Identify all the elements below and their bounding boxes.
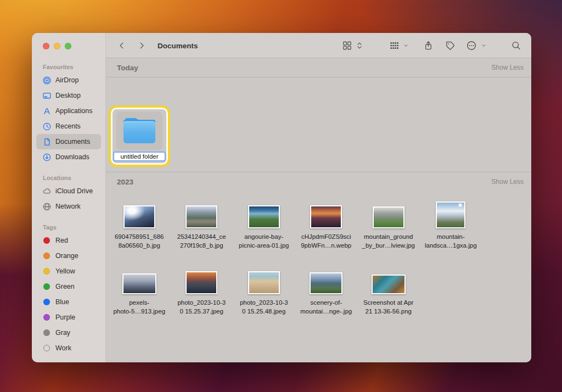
- document-icon: [42, 137, 52, 147]
- image-thumbnail[interactable]: [310, 272, 342, 294]
- sidebar-item-network[interactable]: Network: [36, 199, 101, 214]
- folder-name-input[interactable]: [113, 152, 166, 161]
- sidebar-item-label: Network: [55, 203, 81, 210]
- applications-icon: [42, 106, 52, 116]
- sidebar-tag-orange[interactable]: Orange: [36, 248, 101, 264]
- file-name-line2: 9pbWFn…n.webp: [301, 242, 351, 250]
- globe-icon: [42, 201, 52, 211]
- file-browser-content: Today Show Less 2023 Show Less 6: [106, 58, 531, 362]
- file-name-line2: mountai…nge-.jpg: [300, 307, 352, 316]
- tag-dot-blue-icon: [43, 299, 50, 305]
- view-chevrons-icon[interactable]: [356, 40, 363, 51]
- folder-selection-plate: [116, 111, 162, 150]
- image-thumbnail[interactable]: [122, 273, 156, 294]
- close-button[interactable]: [43, 43, 49, 49]
- sidebar-item-recents[interactable]: Recents: [36, 119, 101, 134]
- file-item[interactable]: angourie-bay- picnic-area-01.jpg: [233, 197, 295, 250]
- back-button[interactable]: [117, 41, 127, 51]
- minimize-button[interactable]: [54, 43, 60, 49]
- window-title: Documents: [158, 41, 198, 49]
- zoom-button[interactable]: [65, 43, 71, 49]
- more-options-chevron-icon[interactable]: [481, 42, 487, 48]
- file-item[interactable]: pexels- photo-5…913.jpeg: [108, 262, 171, 316]
- group-title: 2023: [117, 178, 133, 186]
- group-by-chevron-icon[interactable]: [403, 42, 409, 48]
- image-thumbnail[interactable]: [248, 205, 280, 228]
- sidebar-item-applications[interactable]: Applications: [36, 103, 101, 119]
- sidebar-tag-green[interactable]: Green: [36, 279, 101, 294]
- sidebar-tag-gray[interactable]: Gray: [36, 325, 101, 340]
- file-item[interactable]: mountain- landsca…1gxa.jpg: [420, 197, 482, 250]
- file-item[interactable]: photo_2023-10-3 0 15.25.48.jpeg: [233, 262, 295, 316]
- file-name-line1: mountain-: [437, 233, 465, 242]
- file-name-line2: landsca…1gxa.jpg: [425, 242, 477, 250]
- sidebar-item-label: Recents: [55, 122, 81, 130]
- image-thumbnail[interactable]: [186, 205, 217, 228]
- show-less-button[interactable]: Show Less: [491, 178, 524, 186]
- sidebar-item-airdrop[interactable]: AirDrop: [36, 72, 101, 88]
- tag-label: Blue: [55, 298, 69, 306]
- clock-icon: [42, 121, 52, 131]
- new-folder-item[interactable]: [109, 105, 170, 167]
- image-thumbnail[interactable]: [248, 271, 280, 294]
- desktop-icon: [42, 91, 52, 100]
- tag-dot-yellow-icon: [43, 268, 50, 275]
- forward-button[interactable]: [137, 41, 147, 51]
- file-name-line2: 21 13-36-56.png: [366, 307, 412, 316]
- file-name-line1: angourie-bay-: [244, 233, 283, 242]
- sidebar-item-downloads[interactable]: Downloads: [36, 149, 101, 165]
- image-thumbnail[interactable]: [310, 205, 342, 228]
- file-item[interactable]: 25341240344_ce 270f19c8_b.jpg: [171, 197, 233, 250]
- more-options-button[interactable]: [466, 40, 477, 51]
- sidebar-tag-work[interactable]: Work: [36, 340, 101, 356]
- sidebar-item-label: Downloads: [55, 153, 89, 161]
- file-name-line1: scenery-of-: [310, 299, 342, 307]
- show-less-button[interactable]: Show Less: [491, 64, 524, 71]
- file-name-line2: 270f19c8_b.jpg: [180, 242, 223, 250]
- file-name-line1: 25341240344_ce: [177, 233, 226, 242]
- file-item[interactable]: cHJpdmF0ZS9sci 9pbWFn…n.webp: [295, 197, 358, 250]
- sidebar-item-label: iCloud Drive: [55, 187, 93, 195]
- main-column: Documents: [106, 33, 531, 362]
- sidebar-item-label: Desktop: [55, 92, 81, 99]
- share-button[interactable]: [423, 40, 434, 51]
- sidebar-item-desktop[interactable]: Desktop: [36, 88, 101, 103]
- image-thumbnail[interactable]: [123, 205, 155, 228]
- file-grid-row-2: pexels- photo-5…913.jpeg photo_2023-10-3…: [108, 262, 531, 316]
- sidebar-item-label: Applications: [55, 107, 92, 115]
- sidebar-tag-purple[interactable]: Purple: [36, 310, 101, 325]
- sidebar-item-icloud-drive[interactable]: iCloud Drive: [36, 183, 101, 199]
- file-name-line1: photo_2023-10-3: [240, 299, 288, 307]
- file-item[interactable]: mountain_ground _by_bur…lview.jpg: [357, 197, 420, 250]
- sidebar-item-documents[interactable]: Documents: [36, 134, 101, 149]
- sidebar-section-favourites: Favourites: [36, 64, 101, 72]
- tag-button[interactable]: [445, 40, 456, 51]
- search-icon[interactable]: [511, 40, 521, 51]
- sidebar-tag-blue[interactable]: Blue: [36, 294, 101, 310]
- file-name-line2: 8a06560_b.jpg: [119, 242, 160, 250]
- tag-label: Purple: [55, 313, 75, 321]
- group-by-button[interactable]: [389, 40, 400, 51]
- view-options-button[interactable]: [342, 40, 352, 51]
- file-item[interactable]: photo_2023-10-3 0 15.25.37.jpeg: [171, 262, 233, 316]
- sidebar-tag-red[interactable]: Red: [36, 233, 101, 248]
- image-thumbnail[interactable]: [373, 206, 404, 228]
- tag-label: Red: [55, 237, 68, 244]
- group-title: Today: [117, 64, 138, 72]
- file-item[interactable]: scenery-of- mountai…nge-.jpg: [295, 262, 358, 316]
- folder-icon: [123, 118, 155, 143]
- tag-dot-orange-icon: [43, 253, 50, 259]
- image-thumbnail[interactable]: [436, 201, 465, 228]
- file-item[interactable]: Screenshot at Apr 21 13-36-56.png: [357, 262, 420, 316]
- file-grid-row-1: 6904758951_686 8a06560_b.jpg 25341240344…: [108, 197, 531, 250]
- image-thumbnail[interactable]: [372, 275, 406, 294]
- file-name-line1: Screenshot at Apr: [363, 299, 413, 307]
- sidebar-tag-yellow[interactable]: Yellow: [36, 264, 101, 279]
- image-thumbnail[interactable]: [186, 271, 217, 294]
- tag-label: Orange: [55, 252, 78, 260]
- tag-label: Work: [55, 344, 71, 352]
- file-name-line2: photo-5…913.jpeg: [113, 307, 165, 316]
- tag-label: Yellow: [55, 267, 75, 275]
- window-controls: [36, 43, 101, 49]
- file-item[interactable]: 6904758951_686 8a06560_b.jpg: [108, 197, 171, 250]
